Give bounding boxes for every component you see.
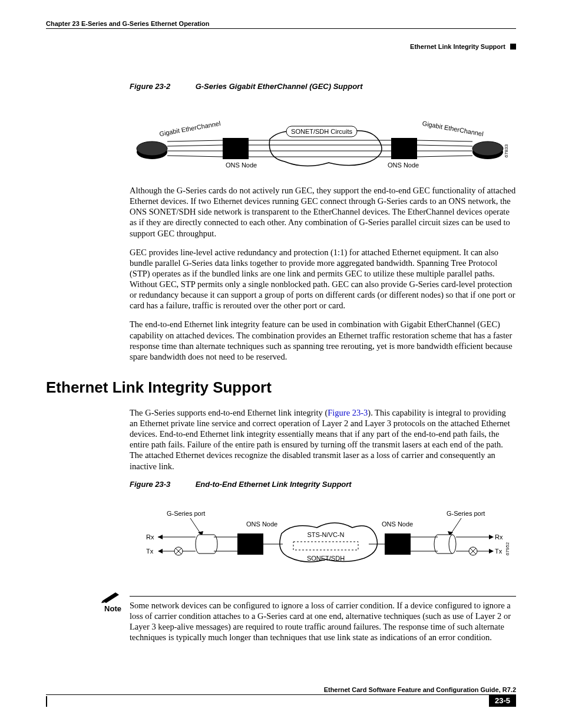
figure-2-title: End-to-End Ethernet Link Integrity Suppo…	[196, 480, 352, 489]
svg-marker-36	[489, 535, 494, 539]
svg-rect-26	[385, 533, 411, 555]
rx-left: Rx	[146, 533, 154, 541]
paragraph-2: GEC provides line-level active redundanc…	[130, 247, 516, 311]
gec-right-label: Gigabit EtherChannel	[422, 120, 484, 137]
ons-right-2: ONS Node	[382, 521, 413, 528]
figure-1-title: G-Series Gigabit EtherChannel (GEC) Supp…	[196, 82, 363, 91]
link-integrity-paragraph: The G-Series supports end-to-end Etherne…	[130, 407, 516, 472]
figure-2-caption: Figure 23-3 End-to-End Ethernet Link Int…	[130, 480, 516, 489]
figure-2-id: 67952	[505, 542, 510, 555]
chapter-title: Chapter 23 E-Series and G-Series Etherne…	[46, 20, 210, 27]
svg-marker-31	[158, 549, 163, 554]
footer-tick-icon	[46, 696, 47, 707]
svg-marker-38	[489, 549, 494, 554]
rx-right: Rx	[495, 533, 503, 541]
page-footer: Ethernet Card Software Feature and Confi…	[46, 686, 516, 707]
figure-1-number: Figure 23-2	[130, 82, 193, 91]
ons-right-label: ONS Node	[388, 162, 419, 169]
tx-left: Tx	[146, 548, 154, 555]
section-heading: Ethernet Link Integrity Support	[46, 378, 516, 397]
svg-line-6	[167, 140, 223, 141]
page-header: Chapter 23 E-Series and G-Series Etherne…	[46, 20, 516, 27]
note-text: Some network devices can be configured t…	[130, 601, 511, 642]
svg-line-9	[167, 156, 223, 157]
section-title-header: Ethernet Link Integrity Support	[410, 43, 505, 50]
footer-doc-title: Ethernet Card Software Feature and Confi…	[46, 686, 516, 693]
page-number: 23-5	[489, 694, 516, 707]
figure-1-id: 67833	[504, 144, 509, 157]
svg-line-7	[167, 145, 223, 146]
header-marker-icon	[510, 44, 516, 50]
gec-support-diagram: SONET/SDH Circuits ONS Node ONS Node Gig…	[134, 110, 511, 174]
svg-rect-3	[391, 138, 417, 159]
gec-left-label: Gigabit EtherChannel	[158, 120, 221, 137]
ons-left-2: ONS Node	[246, 521, 277, 528]
svg-line-17	[417, 156, 472, 157]
svg-rect-2	[223, 138, 249, 159]
figure-2-number: Figure 23-3	[130, 480, 193, 489]
paragraph-3: The end-to-end Ethernet link integrity f…	[130, 319, 516, 362]
svg-point-24	[449, 535, 456, 554]
ons-left-label: ONS Node	[226, 162, 257, 169]
figure-reference-link[interactable]: Figure 23-3	[328, 408, 368, 417]
note-label: Note	[99, 604, 121, 613]
svg-line-14	[417, 140, 472, 141]
note-pencil-icon	[101, 590, 121, 603]
svg-point-5	[472, 141, 503, 156]
note-block: Note Some network devices can be configu…	[99, 590, 516, 643]
paragraph-1: Although the G-Series cards do not activ…	[130, 185, 516, 239]
gport-right-label: G-Series port	[447, 510, 485, 517]
link-integrity-diagram: G-Series port G-Series port STS-N/VC-N S…	[134, 508, 511, 578]
svg-marker-29	[158, 535, 163, 539]
figure-1-caption: Figure 23-2 G-Series Gigabit EtherChanne…	[130, 82, 516, 91]
sonet-label: SONET/SDH Circuits	[291, 128, 352, 135]
header-rule	[46, 28, 516, 29]
gport-left-label: G-Series port	[167, 510, 205, 517]
svg-line-15	[417, 145, 472, 146]
svg-point-1	[137, 141, 167, 156]
li-pre: The G-Series supports end-to-end Etherne…	[130, 408, 328, 417]
sts-label: STS-N/VC-N	[308, 531, 345, 538]
sonet-label-2: SONET/SDH	[307, 555, 345, 562]
svg-rect-25	[237, 533, 263, 555]
tx-right: Tx	[495, 548, 503, 555]
